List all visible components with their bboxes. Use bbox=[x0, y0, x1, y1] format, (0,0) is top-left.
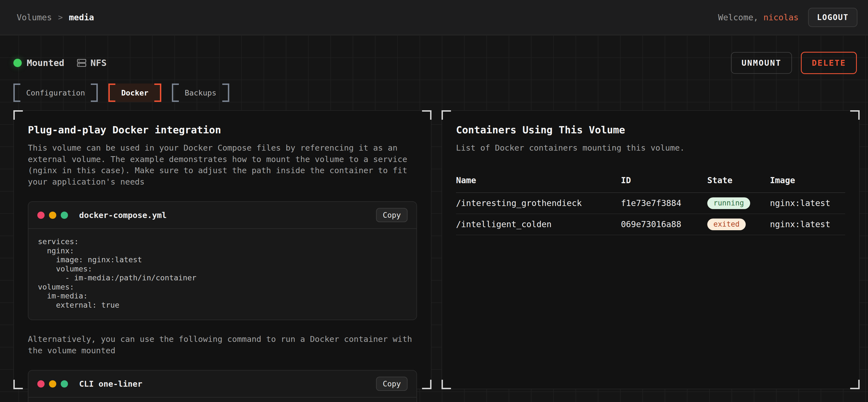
mounted-status-dot-icon bbox=[13, 59, 22, 67]
panel-corner-bracket bbox=[850, 380, 860, 389]
tab-bar: Configuration Docker Backups bbox=[13, 83, 868, 102]
delete-button[interactable]: DELETE bbox=[801, 52, 857, 74]
panel-corner-bracket bbox=[441, 380, 451, 389]
panel-corner-bracket bbox=[13, 380, 23, 389]
window-dot-red-icon bbox=[37, 380, 44, 388]
volume-status: Mounted NFS bbox=[13, 58, 107, 68]
status-badge: running bbox=[707, 197, 750, 209]
copy-compose-button[interactable]: Copy bbox=[376, 208, 407, 222]
unmount-button[interactable]: UNMOUNT bbox=[731, 52, 792, 74]
container-id: 069e73016a88 bbox=[621, 220, 707, 229]
welcome-prefix: Welcome, bbox=[718, 12, 758, 22]
panel-corner-bracket bbox=[422, 380, 432, 389]
top-bar-right: Welcome, nicolas LOGOUT bbox=[718, 8, 858, 27]
docker-panel-title: Plug-and-play Docker integration bbox=[28, 124, 417, 136]
tab-docker[interactable]: Docker bbox=[108, 83, 161, 102]
column-header-name: Name bbox=[456, 175, 621, 185]
tab-docker-label: Docker bbox=[121, 89, 149, 97]
column-header-state: State bbox=[707, 175, 770, 185]
welcome-text: Welcome, nicolas bbox=[718, 12, 799, 22]
column-header-id: ID bbox=[621, 175, 707, 185]
table-row[interactable]: /interesting_grothendieck f1e73e7f3884 r… bbox=[456, 193, 845, 214]
window-dot-yellow-icon bbox=[49, 380, 56, 388]
breadcrumb-volumes-link[interactable]: Volumes bbox=[17, 12, 52, 22]
cli-code-block: CLI one-liner Copy docker run -v im-medi… bbox=[28, 370, 417, 402]
containers-panel-title: Containers Using This Volume bbox=[456, 124, 845, 136]
panel-corner-bracket bbox=[441, 110, 451, 120]
table-row[interactable]: /intelligent_colden 069e73016a88 exited … bbox=[456, 214, 845, 235]
cli-code-block-header: CLI one-liner Copy bbox=[28, 371, 416, 398]
status-actions-row: Mounted NFS UNMOUNT DELETE bbox=[13, 52, 857, 74]
panel-corner-bracket bbox=[13, 110, 23, 120]
cli-title: CLI one-liner bbox=[79, 379, 142, 389]
window-dot-yellow-icon bbox=[49, 211, 56, 219]
cli-intro-text: Alternatively, you can use the following… bbox=[28, 334, 417, 356]
tab-configuration-label: Configuration bbox=[26, 89, 85, 97]
containers-panel: Containers Using This Volume List of Doc… bbox=[441, 110, 860, 389]
cli-code: docker run -v im-media:/path/in/containe… bbox=[28, 398, 416, 402]
container-id: f1e73e7f3884 bbox=[621, 198, 707, 208]
column-header-image: Image bbox=[770, 175, 845, 185]
logout-button[interactable]: LOGOUT bbox=[808, 8, 858, 27]
compose-filename: docker-compose.yml bbox=[79, 210, 166, 220]
copy-cli-button[interactable]: Copy bbox=[376, 377, 407, 391]
containers-panel-description: List of Docker containers mounting this … bbox=[456, 142, 845, 154]
volume-actions: UNMOUNT DELETE bbox=[731, 52, 857, 74]
server-icon bbox=[76, 58, 87, 68]
container-name: /intelligent_colden bbox=[456, 220, 621, 229]
containers-table: Name ID State Image /interesting_grothen… bbox=[456, 170, 845, 235]
top-bar: Volumes > media Welcome, nicolas LOGOUT bbox=[0, 0, 868, 35]
tab-backups[interactable]: Backups bbox=[172, 83, 229, 102]
compose-code: services: nginx: image: nginx:latest vol… bbox=[28, 229, 416, 320]
containers-table-header: Name ID State Image bbox=[456, 170, 845, 193]
docker-integration-panel: Plug-and-play Docker integration This vo… bbox=[13, 110, 432, 389]
window-dot-green-icon bbox=[61, 380, 68, 388]
container-name: /interesting_grothendieck bbox=[456, 198, 621, 208]
compose-code-block-header: docker-compose.yml Copy bbox=[28, 202, 416, 229]
status-badge: exited bbox=[707, 219, 746, 230]
driver-badge: NFS bbox=[76, 58, 107, 68]
window-dot-red-icon bbox=[37, 211, 44, 219]
driver-label: NFS bbox=[91, 58, 107, 68]
docker-panel-description: This volume can be used in your Docker C… bbox=[28, 142, 417, 187]
panels-row: Plug-and-play Docker integration This vo… bbox=[13, 110, 860, 389]
chevron-right-icon: > bbox=[58, 13, 63, 22]
tab-backups-label: Backups bbox=[185, 89, 216, 97]
panel-corner-bracket bbox=[422, 110, 432, 120]
mounted-status: Mounted bbox=[13, 58, 64, 68]
container-image: nginx:latest bbox=[770, 220, 845, 229]
tab-configuration[interactable]: Configuration bbox=[13, 83, 98, 102]
mounted-status-label: Mounted bbox=[27, 58, 64, 68]
container-image: nginx:latest bbox=[770, 198, 845, 208]
breadcrumb-current-volume: media bbox=[69, 12, 94, 22]
page: Volumes > media Welcome, nicolas LOGOUT … bbox=[0, 0, 868, 402]
breadcrumb: Volumes > media bbox=[17, 12, 94, 22]
window-dot-green-icon bbox=[61, 211, 68, 219]
panel-corner-bracket bbox=[850, 110, 860, 120]
compose-code-block: docker-compose.yml Copy services: nginx:… bbox=[28, 201, 417, 320]
username: nicolas bbox=[763, 12, 798, 22]
